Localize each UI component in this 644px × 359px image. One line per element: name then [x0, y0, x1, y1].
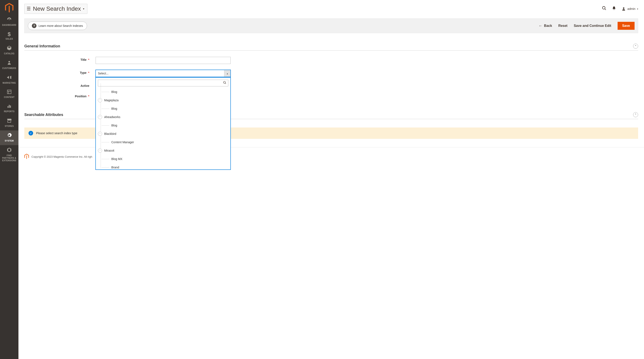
nav-content[interactable]: CONTENT: [0, 87, 18, 102]
page-header: ☰ New Search Index ▾ admin ▾: [18, 0, 644, 14]
magento-logo[interactable]: [5, 3, 14, 12]
tree-leaf[interactable]: Blog MX: [98, 155, 228, 163]
tree-leaf[interactable]: Blog: [98, 88, 228, 96]
learn-more-button[interactable]: ? Learn more about Search Indexes: [28, 22, 87, 30]
svg-point-10: [224, 81, 225, 83]
svg-rect-4: [8, 106, 8, 108]
type-select-trigger[interactable]: Select... ▴: [96, 70, 230, 77]
chevron-up-icon[interactable]: ⌃: [98, 148, 102, 153]
admin-account-dropdown[interactable]: admin ▾: [622, 7, 638, 11]
tree-leaf[interactable]: Content Manager: [98, 138, 228, 146]
nav-marketing[interactable]: MARKETING: [0, 72, 18, 87]
tree-group[interactable]: ⌃Aheadworks: [98, 113, 228, 121]
form-area: General Information ⌃ Title* Type*: [18, 33, 644, 141]
title-input[interactable]: [96, 57, 230, 64]
action-toolbar: ? Learn more about Search Indexes ← Back…: [24, 18, 638, 33]
tree-leaf[interactable]: Blog: [98, 121, 228, 130]
layout-icon: [1, 89, 18, 95]
tree-leaf[interactable]: Blog: [98, 104, 228, 113]
gear-icon: [1, 132, 18, 139]
nav-reports[interactable]: REPORTS: [0, 102, 18, 116]
svg-rect-6: [10, 106, 11, 108]
tree-label: Brand: [111, 166, 119, 169]
field-title: Title*: [24, 57, 638, 64]
tree-label: Mirasvit: [104, 149, 114, 152]
type-select: Select... ▴ Bl: [96, 70, 230, 77]
type-label: Type*: [24, 70, 96, 74]
tree-label: Blackbird: [104, 132, 116, 136]
chevron-up-icon[interactable]: ⌃: [98, 115, 102, 119]
reset-button[interactable]: Reset: [558, 24, 568, 28]
save-button[interactable]: Save: [618, 22, 634, 30]
tree-label: Blog MX: [111, 157, 122, 161]
svg-line-8: [605, 9, 606, 10]
store-icon: [1, 118, 18, 124]
tree-group[interactable]: ⌃Blackbird: [98, 130, 228, 138]
tree-connector: [102, 167, 109, 168]
page-title: New Search Index: [33, 6, 81, 12]
tree-leaf[interactable]: Brand: [98, 163, 228, 172]
svg-point-7: [602, 6, 605, 9]
chevron-up-icon[interactable]: ⌃: [98, 132, 102, 136]
caret-down-icon: ▾: [83, 7, 84, 10]
dropdown-search-input[interactable]: [100, 81, 223, 85]
header-actions: admin ▾: [602, 6, 638, 12]
tree-label: Aheadworks: [104, 115, 120, 119]
tree-label: Blog: [111, 107, 117, 110]
tree-connector: [102, 108, 109, 109]
chevron-up-icon[interactable]: ⌃: [98, 98, 102, 102]
search-icon[interactable]: [602, 6, 606, 12]
nav-customers[interactable]: CUSTOMERS: [0, 58, 18, 72]
search-icon[interactable]: [223, 81, 226, 85]
admin-sidebar: DASHBOARD$SALESCATALOGCUSTOMERSMARKETING…: [0, 0, 18, 359]
section-general-header[interactable]: General Information ⌃: [24, 40, 638, 50]
bars-icon: [1, 104, 18, 110]
nav-catalog[interactable]: CATALOG: [0, 43, 18, 58]
tree-connector: [102, 142, 109, 142]
tree-connector: [102, 92, 109, 92]
copyright-text: Copyright © 2023 Magento Commerce Inc. A…: [32, 155, 92, 158]
collapse-toggle-icon[interactable]: ⌃: [633, 112, 638, 117]
tree-group[interactable]: ⌃Mirasvit: [98, 146, 228, 155]
general-fieldset: Title* Type* Select... ▴: [24, 50, 638, 106]
tree-connector: [102, 159, 109, 159]
dropdown-search: [98, 80, 228, 86]
position-label: Position*: [24, 93, 96, 98]
person-icon: [1, 60, 18, 66]
svg-rect-1: [7, 90, 11, 94]
magento-logo-icon: [24, 154, 29, 160]
notifications-icon[interactable]: [612, 6, 616, 12]
section-title: Searchable Attributes: [24, 112, 63, 117]
hamburger-icon: ☰: [26, 6, 31, 12]
active-label: Active: [24, 83, 96, 88]
svg-point-0: [8, 61, 10, 62]
main-content: ☰ New Search Index ▾ admin ▾ ? Learn mor…: [18, 0, 644, 359]
tree-label: Blog: [111, 90, 117, 94]
svg-line-11: [225, 83, 226, 84]
nav-sales[interactable]: $SALES: [0, 29, 18, 43]
learn-more-label: Learn more about Search Indexes: [38, 24, 83, 28]
collapse-toggle-icon[interactable]: ⌃: [633, 44, 638, 49]
nav-find-partners-extensions[interactable]: FIND PARTNERS & EXTENSIONS: [0, 145, 18, 165]
caret-down-icon: ▾: [637, 8, 638, 10]
action-buttons: ← Back Reset Save and Continue Edit Save: [538, 22, 634, 30]
type-dropdown-panel: Blog⌃MageplazaBlog⌃AheadworksBlog⌃Blackb…: [96, 78, 230, 170]
bullhorn-icon: [1, 75, 18, 81]
page-title-dropdown[interactable]: ☰ New Search Index ▾: [24, 4, 88, 14]
nav-stores[interactable]: STORES: [0, 116, 18, 130]
section-title: General Information: [24, 44, 60, 48]
title-label: Title*: [24, 57, 96, 62]
nav-system[interactable]: SYSTEM: [0, 130, 18, 145]
notice-text: Please select search index type: [36, 132, 77, 135]
arrow-left-icon: ←: [538, 24, 542, 28]
back-button[interactable]: ← Back: [538, 24, 552, 28]
tree-group[interactable]: ⌃Mageplaza: [98, 96, 228, 104]
dashboard-icon: [1, 17, 18, 23]
nav-dashboard[interactable]: DASHBOARD: [0, 15, 18, 29]
svg-point-9: [623, 7, 624, 9]
tree-label: Mageplaza: [104, 98, 119, 102]
admin-label: admin: [628, 7, 636, 10]
save-continue-button[interactable]: Save and Continue Edit: [574, 24, 611, 28]
caret-up-icon: ▴: [224, 70, 230, 77]
info-icon: i: [28, 131, 33, 136]
